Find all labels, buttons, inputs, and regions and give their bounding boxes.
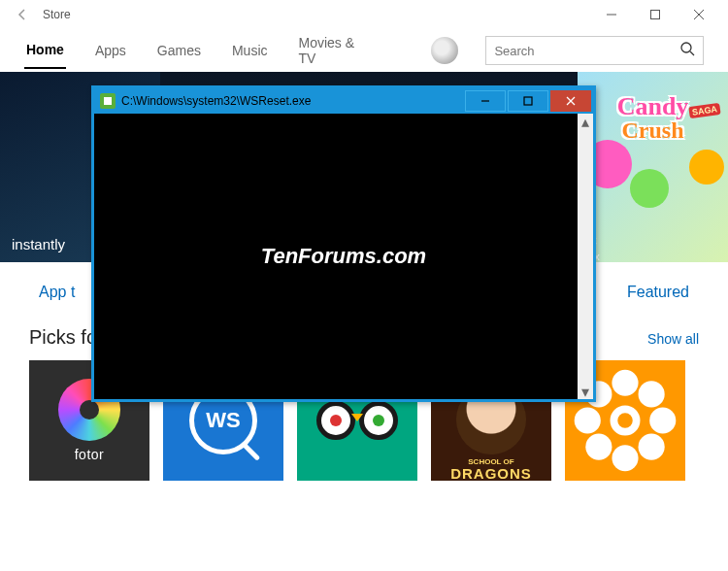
tab-app[interactable]: App t bbox=[39, 284, 75, 301]
nav-movies[interactable]: Movies & TV bbox=[297, 25, 378, 76]
hero-right-badge: SAGA bbox=[688, 103, 720, 118]
svg-point-4 bbox=[681, 43, 691, 52]
cmd-maximize-button[interactable] bbox=[508, 90, 548, 112]
nav-music[interactable]: Music bbox=[230, 33, 270, 68]
svg-line-5 bbox=[690, 51, 694, 55]
svg-rect-16 bbox=[104, 97, 112, 105]
tile-label: fotor bbox=[75, 447, 105, 462]
scroll-down-icon[interactable]: ▾ bbox=[578, 384, 593, 399]
hero-right-title1: Candy bbox=[617, 95, 689, 118]
cmd-title: C:\Windows\system32\WSReset.exe bbox=[121, 94, 311, 108]
tile-label: SCHOOL OF DRAGONS bbox=[450, 458, 532, 481]
watermark-text: TenForums.com bbox=[261, 244, 426, 269]
minimize-button[interactable] bbox=[589, 1, 633, 28]
candy-decor bbox=[630, 169, 669, 208]
scroll-up-icon[interactable]: ▴ bbox=[578, 114, 593, 129]
cmd-window: C:\Windows\system32\WSReset.exe TenForum… bbox=[91, 85, 596, 402]
hero-right-title2: Crush bbox=[621, 118, 683, 144]
back-button[interactable] bbox=[8, 7, 37, 22]
search-input[interactable] bbox=[494, 44, 679, 58]
svg-point-9 bbox=[649, 407, 676, 433]
svg-point-6 bbox=[612, 370, 638, 396]
svg-point-8 bbox=[575, 407, 601, 433]
cmd-close-button[interactable] bbox=[550, 90, 591, 112]
cmd-app-icon bbox=[100, 93, 116, 109]
scroll-track[interactable] bbox=[578, 129, 593, 384]
cmd-minimize-button[interactable] bbox=[465, 90, 506, 112]
user-avatar[interactable] bbox=[431, 37, 458, 64]
candy-decor bbox=[689, 150, 724, 185]
cmd-scrollbar[interactable]: ▴ ▾ bbox=[578, 114, 593, 399]
search-box[interactable] bbox=[485, 36, 704, 65]
svg-point-12 bbox=[585, 434, 612, 460]
nav-games[interactable]: Games bbox=[155, 33, 203, 68]
show-all-link[interactable]: Show all bbox=[647, 331, 699, 347]
svg-rect-1 bbox=[650, 11, 659, 19]
nav-bar: Home Apps Games Music Movies & TV bbox=[0, 29, 728, 72]
svg-point-11 bbox=[639, 381, 665, 407]
maximize-button[interactable] bbox=[633, 1, 677, 28]
search-icon[interactable] bbox=[679, 41, 695, 60]
cmd-body: TenForums.com ▴ ▾ bbox=[94, 114, 593, 399]
tab-featured[interactable]: Featured bbox=[627, 284, 689, 301]
cmd-titlebar[interactable]: C:\Windows\system32\WSReset.exe bbox=[94, 88, 593, 114]
svg-point-13 bbox=[639, 434, 665, 460]
close-button[interactable] bbox=[677, 1, 720, 28]
tile-label: WS bbox=[206, 408, 240, 433]
svg-point-7 bbox=[612, 445, 638, 471]
nav-apps[interactable]: Apps bbox=[93, 33, 128, 68]
window-title: Store bbox=[43, 8, 71, 21]
hero-left-caption: instantly bbox=[12, 236, 65, 252]
hero-slide-right[interactable]: Candy Crush SAGA C Ex bbox=[578, 72, 728, 262]
svg-rect-18 bbox=[524, 97, 532, 105]
nav-home[interactable]: Home bbox=[24, 32, 66, 69]
svg-point-15 bbox=[617, 413, 633, 428]
